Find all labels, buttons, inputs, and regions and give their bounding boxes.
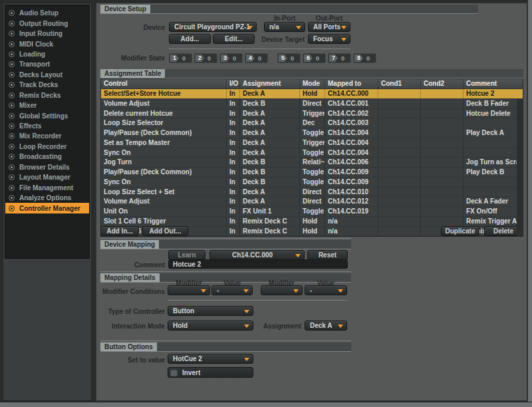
edit-device-button[interactable]: Edit... bbox=[213, 34, 255, 44]
sidebar-item-output-routing[interactable]: Output Routing bbox=[5, 18, 89, 28]
modifier-number-badge: 5 bbox=[279, 55, 287, 62]
type-of-controller-select[interactable]: Button bbox=[168, 306, 253, 316]
sidebar-item-track-decks[interactable]: Track Decks bbox=[5, 80, 89, 90]
table-row[interactable]: Play/Pause (Deck Common) In Deck A Toggl… bbox=[101, 128, 523, 138]
device-setup-title: Device Setup bbox=[100, 5, 150, 13]
cell-assignment: Deck A bbox=[239, 188, 299, 197]
table-row[interactable]: Loop Size Selector In Deck A Dec Ch14.CC… bbox=[101, 118, 523, 128]
cell-assignment: Remix Deck C bbox=[239, 227, 299, 236]
cell-assignment: Deck A bbox=[239, 118, 299, 128]
sidebar-item-label: Global Settings bbox=[19, 112, 68, 120]
cell-mapped-to: Ch14.CC.009 bbox=[325, 178, 378, 187]
cell-cond2 bbox=[420, 89, 463, 98]
cell-cond1 bbox=[378, 207, 420, 216]
modifier-value: 0 bbox=[233, 55, 236, 62]
table-row[interactable]: Delete current Hotcue In Deck A Trigger … bbox=[101, 109, 523, 119]
assignment-select[interactable]: Deck A bbox=[305, 321, 347, 331]
modifier-2-select[interactable] bbox=[261, 285, 303, 295]
sidebar-item-label: Transport bbox=[19, 61, 50, 68]
sidebar-item-mix-recorder[interactable]: Mix Recorder bbox=[5, 131, 89, 141]
chevron-down-icon bbox=[293, 289, 299, 293]
device-mapping-top-divider bbox=[100, 238, 351, 239]
table-row[interactable]: Set as Tempo Master In Deck A Trigger Ch… bbox=[101, 138, 523, 148]
cell-cond2 bbox=[420, 128, 463, 138]
cell-mapped-to: Ch14.CC.000 bbox=[325, 89, 378, 98]
cell-control: Volume Adjust bbox=[101, 197, 226, 206]
modifier-state-label: Modifier State bbox=[103, 55, 165, 62]
device-mapping-section-header: Device Mapping bbox=[100, 240, 351, 249]
device-target-select[interactable]: Focus bbox=[308, 34, 350, 44]
invert-checkbox[interactable]: Invert bbox=[168, 367, 253, 378]
value-2-select[interactable]: - bbox=[305, 285, 347, 295]
cell-mode: Toggle bbox=[299, 207, 325, 216]
table-row[interactable]: Volume Adjust In Deck A Direct Ch14.CC.0… bbox=[101, 197, 523, 207]
table-row[interactable]: Jog Turn In Deck B Relati~ Ch14.CC.006 J… bbox=[101, 158, 523, 168]
table-row[interactable]: Play/Pause (Deck Common) In Deck B Toggl… bbox=[101, 168, 523, 178]
interaction-mode-select[interactable]: Hold bbox=[168, 321, 253, 331]
learn-button[interactable]: Learn bbox=[168, 250, 205, 260]
checkbox-icon bbox=[170, 369, 178, 376]
col-header-assignment: Assignment bbox=[239, 79, 299, 88]
col-header-comment: Comment bbox=[463, 79, 517, 88]
table-row[interactable]: Slot 1 Cell 6 Trigger In Remix Deck C Ho… bbox=[101, 217, 523, 227]
sidebar-item-file-management[interactable]: File Management bbox=[5, 182, 89, 192]
modifier-number-badge: 7 bbox=[329, 55, 338, 62]
sidebar-item-midi-clock[interactable]: MIDI Clock bbox=[5, 39, 89, 49]
cell-comment: Hotcue Delete bbox=[463, 109, 517, 118]
sidebar-item-audio-setup[interactable]: Audio Setup bbox=[5, 8, 89, 18]
sidebar-item-analyze-options[interactable]: Analyze Options bbox=[5, 193, 89, 203]
sidebar-item-browser-details[interactable]: Browser Details bbox=[5, 162, 89, 172]
cell-control: Set as Tempo Master bbox=[101, 138, 226, 148]
sidebar-item-input-routing[interactable]: Input Routing bbox=[5, 29, 89, 39]
cell-comment bbox=[463, 148, 517, 158]
cell-comment: Remix Trigger A bbox=[463, 217, 517, 226]
radio-bullet-icon bbox=[9, 92, 15, 98]
sidebar-item-broadcasting[interactable]: Broadcasting bbox=[5, 152, 89, 162]
cell-comment bbox=[463, 178, 517, 187]
radio-bullet-icon bbox=[9, 10, 15, 16]
sidebar-item-transport[interactable]: Transport bbox=[5, 59, 89, 69]
add-out-button[interactable]: Add Out... bbox=[142, 226, 188, 236]
cell-mode: Hold bbox=[299, 217, 325, 226]
table-row[interactable]: Loop Size Select + Set In Deck A Direct … bbox=[101, 188, 523, 198]
sidebar-item-loop-recorder[interactable]: Loop Recorder bbox=[5, 142, 89, 152]
modifier-1-select[interactable] bbox=[168, 285, 210, 295]
sidebar-item-effects[interactable]: Effects bbox=[5, 121, 89, 131]
device-select[interactable]: Circuit Playground PZ-1 bbox=[169, 22, 257, 32]
sidebar-item-label: Mix Recorder bbox=[19, 132, 61, 140]
sidebar-item-controller-manager[interactable]: Controller Manager bbox=[5, 203, 89, 213]
add-in-button[interactable]: Add In... bbox=[100, 226, 139, 236]
out-port-select[interactable]: All Ports bbox=[308, 22, 350, 32]
col-header-mode: Mode bbox=[299, 79, 325, 88]
table-row[interactable]: Select/Set+Store Hotcue In Deck A Hold C… bbox=[101, 89, 523, 99]
sidebar-item-layout-manager[interactable]: Layout Manager bbox=[5, 172, 89, 182]
duplicate-button[interactable]: Duplicate bbox=[441, 226, 479, 236]
sidebar-item-global-settings[interactable]: Global Settings bbox=[5, 110, 89, 120]
cell-assignment: Deck A bbox=[239, 109, 299, 118]
reset-button[interactable]: Reset bbox=[307, 250, 348, 260]
sidebar-item-decks-layout[interactable]: Decks Layout bbox=[5, 70, 89, 80]
table-row[interactable]: Sync On In Deck A Toggle Ch14.CC.004 bbox=[101, 148, 523, 158]
cell-mapped-to: Ch14.CC.003 bbox=[325, 118, 378, 128]
table-row[interactable]: Unit On In FX Unit 1 Toggle Ch14.CC.019 … bbox=[101, 207, 523, 217]
in-port-select[interactable]: n/a bbox=[264, 22, 305, 32]
sidebar-item-mixer[interactable]: Mixer bbox=[5, 100, 89, 110]
add-device-button[interactable]: Add... bbox=[169, 34, 211, 44]
cell-io: In bbox=[226, 128, 239, 138]
midi-assignment-select[interactable]: Ch14.CC.000 bbox=[209, 250, 305, 260]
set-to-value-select[interactable]: HotCue 2 bbox=[168, 354, 253, 364]
comment-input[interactable]: Hotcue 2 bbox=[168, 259, 348, 269]
cell-cond2 bbox=[420, 188, 463, 197]
cell-control: Jog Turn bbox=[101, 158, 226, 167]
value-1-select[interactable]: - bbox=[211, 285, 253, 295]
col-header-cond2: Cond2 bbox=[420, 79, 463, 88]
sidebar-item-loading[interactable]: Loading bbox=[5, 49, 89, 59]
window-right-edge bbox=[528, 0, 532, 407]
table-row[interactable]: Volume Adjust In Deck B Direct Ch14.CC.0… bbox=[101, 99, 523, 109]
cell-cond1 bbox=[378, 197, 420, 206]
sidebar-item-label: Analyze Options bbox=[19, 194, 71, 202]
table-scrollbar[interactable] bbox=[517, 88, 523, 236]
table-row[interactable]: Sync On In Deck B Toggle Ch14.CC.009 bbox=[101, 178, 523, 188]
modifier-number-badge: 2 bbox=[196, 55, 204, 62]
sidebar-item-remix-decks[interactable]: Remix Decks bbox=[5, 90, 89, 100]
